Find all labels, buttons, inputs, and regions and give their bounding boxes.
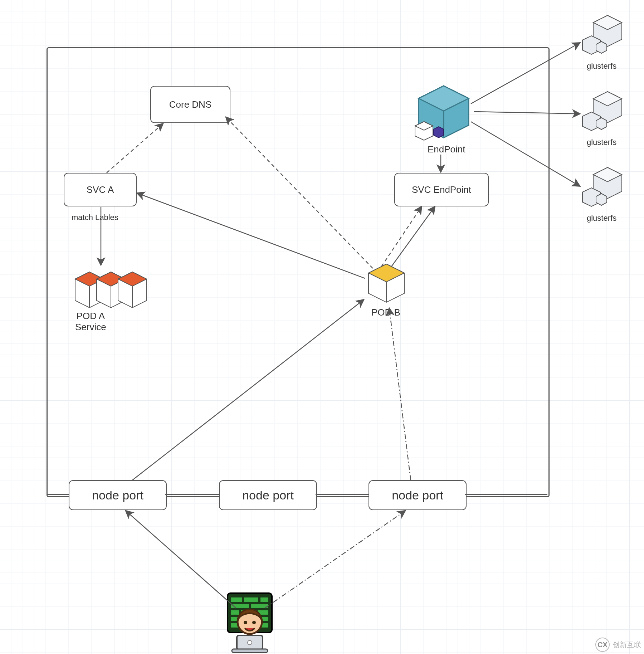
svg-line-53 xyxy=(391,207,435,267)
svg-line-59 xyxy=(132,300,364,480)
svg-line-61 xyxy=(126,511,236,608)
watermark: CX 创新互联 xyxy=(595,638,641,652)
svg-line-52 xyxy=(137,193,365,278)
svg-line-62 xyxy=(265,511,405,608)
svg-line-56 xyxy=(471,43,580,104)
svg-line-57 xyxy=(474,112,580,114)
svg-line-49 xyxy=(107,124,163,173)
arrows-layer xyxy=(0,0,644,654)
watermark-badge: CX xyxy=(595,638,610,652)
svg-line-60 xyxy=(389,308,411,480)
svg-line-50 xyxy=(226,117,373,268)
watermark-text: 创新互联 xyxy=(613,640,641,650)
svg-line-58 xyxy=(471,122,580,186)
svg-line-51 xyxy=(381,207,421,267)
diagram-stage: Core DNS SVC A match Lables POD A Servic… xyxy=(0,0,644,654)
